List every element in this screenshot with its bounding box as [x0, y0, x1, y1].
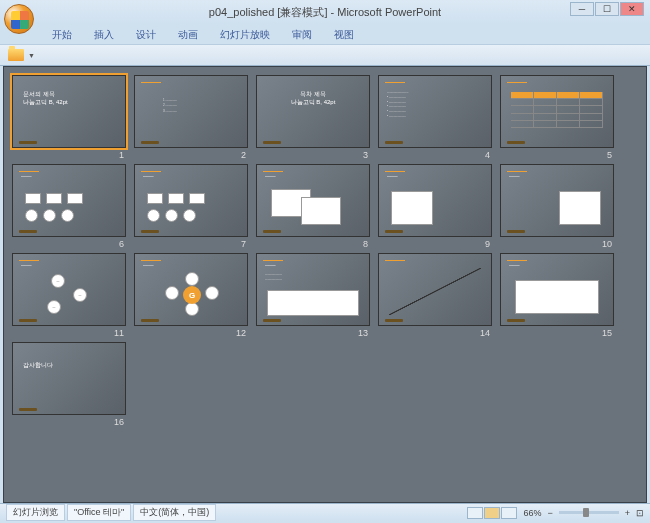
slide-number: 12	[236, 328, 246, 338]
slide-number: 6	[119, 239, 124, 249]
statusbar: 幻灯片浏览 "Office 테마" 中文(简体，中国) 66% − + ⊡	[0, 503, 650, 521]
status-theme[interactable]: "Office 테마"	[67, 504, 131, 521]
maximize-button[interactable]: ☐	[595, 2, 619, 16]
zoom-level: 66%	[523, 508, 541, 518]
slide-thumbnail-8[interactable]: ───	[256, 164, 370, 237]
slide-number: 7	[241, 239, 246, 249]
slide-thumbnail-13[interactable]: ───────────────────	[256, 253, 370, 326]
minimize-button[interactable]: ─	[570, 2, 594, 16]
slide-number: 15	[602, 328, 612, 338]
slide-number: 8	[363, 239, 368, 249]
view-normal-button[interactable]	[467, 507, 483, 519]
view-sorter-button[interactable]	[484, 507, 500, 519]
tab-slideshow[interactable]: 幻灯片放映	[210, 26, 280, 44]
slide-thumbnail-12[interactable]: ───G	[134, 253, 248, 326]
titlebar: p04_polished [兼容模式] - Microsoft PowerPoi…	[0, 0, 650, 24]
slide-thumbnail-7[interactable]: ───	[134, 164, 248, 237]
view-slideshow-button[interactable]	[501, 507, 517, 519]
slide-thumbnail-4[interactable]: ──────────• ────────• ────────• ────────…	[378, 75, 492, 148]
tab-review[interactable]: 审阅	[282, 26, 322, 44]
slide-number: 9	[485, 239, 490, 249]
tab-insert[interactable]: 插入	[84, 26, 124, 44]
window-title: p04_polished [兼容模式] - Microsoft PowerPoi…	[209, 5, 441, 20]
status-language[interactable]: 中文(简体，中国)	[133, 504, 216, 521]
slide-thumbnail-10[interactable]: ───	[500, 164, 614, 237]
office-button[interactable]	[4, 4, 34, 34]
slide-thumbnail-9[interactable]: ───	[378, 164, 492, 237]
slide-number: 14	[480, 328, 490, 338]
zoom-in-button[interactable]: +	[625, 508, 630, 518]
zoom-slider[interactable]	[559, 511, 619, 514]
slide-number: 10	[602, 239, 612, 249]
slide-number: 1	[119, 150, 124, 160]
quick-toolbar: ▼	[0, 44, 650, 66]
slide-number: 11	[114, 328, 124, 338]
fit-window-button[interactable]: ⊡	[636, 508, 644, 518]
tab-view[interactable]: 视图	[324, 26, 364, 44]
slide-thumbnail-3[interactable]: 목차 제목 나눔고딕 B, 42pt	[256, 75, 370, 148]
tab-home[interactable]: 开始	[42, 26, 82, 44]
slide-thumbnail-6[interactable]: ───	[12, 164, 126, 237]
slide-thumbnail-14[interactable]	[378, 253, 492, 326]
slide-number: 3	[363, 150, 368, 160]
folder-icon[interactable]	[8, 49, 24, 61]
dropdown-arrow-icon[interactable]: ▼	[28, 52, 35, 59]
slide-number: 13	[358, 328, 368, 338]
tab-animations[interactable]: 动画	[168, 26, 208, 44]
slide-thumbnail-15[interactable]: ───	[500, 253, 614, 326]
slide-thumbnail-5[interactable]	[500, 75, 614, 148]
slide-number: 5	[607, 150, 612, 160]
zoom-out-button[interactable]: −	[547, 508, 552, 518]
slide-number: 4	[485, 150, 490, 160]
ribbon-tabs: 开始 插入 设计 动画 幻灯片放映 审阅 视图	[0, 24, 650, 44]
slide-thumbnail-2[interactable]: 1. ─────2. ─────3. ─────	[134, 75, 248, 148]
slide-thumbnail-11[interactable]: ──────	[12, 253, 126, 326]
status-view-mode[interactable]: 幻灯片浏览	[6, 504, 65, 521]
slide-sorter-view: 문서의 제목 나눔고딕 B, 42pt1 1. ─────2. ─────3. …	[3, 66, 647, 503]
slide-thumbnail-16[interactable]: 감사합니다	[12, 342, 126, 415]
slide-number: 16	[114, 417, 124, 427]
tab-design[interactable]: 设计	[126, 26, 166, 44]
slide-number: 2	[241, 150, 246, 160]
close-button[interactable]: ✕	[620, 2, 644, 16]
slide-thumbnail-1[interactable]: 문서의 제목 나눔고딕 B, 42pt	[12, 75, 126, 148]
